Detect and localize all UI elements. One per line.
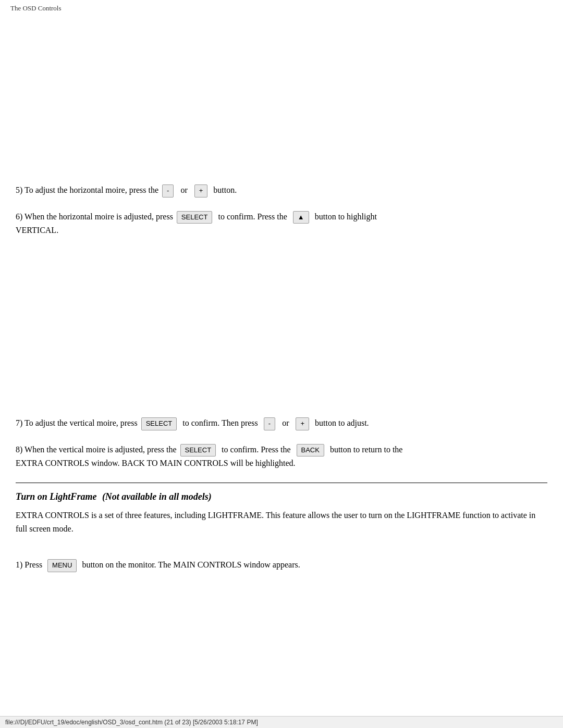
paragraph-8: 8) When the vertical moire is adjusted, … — [16, 443, 547, 470]
p1-press-text: 1) Press — [16, 560, 42, 569]
page-header: The OSD Controls — [0, 0, 563, 17]
status-bar: file:///D|/EDFU/crt_19/edoc/english/OSD_… — [0, 716, 563, 728]
section-description: EXTRA CONTROLS is a set of three feature… — [16, 509, 547, 535]
up-button-6[interactable]: ▲ — [293, 211, 309, 224]
p7-or: or — [282, 418, 289, 427]
plus-button-7[interactable]: + — [296, 417, 309, 430]
p1-end-text: button on the monitor. The MAIN CONTROLS… — [82, 560, 300, 569]
p5-or: or — [180, 186, 187, 194]
section-title: Turn on LightFrame (Not available in all… — [16, 491, 547, 502]
spacer-1 — [16, 548, 547, 558]
section-divider — [16, 483, 547, 483]
p8-to-confirm: to confirm. Press the — [222, 445, 290, 454]
p8-button-to-return: button to return to the — [330, 445, 403, 454]
paragraph-7: 7) To adjust the vertical moire, press S… — [16, 416, 547, 430]
p6-vertical: VERTICAL. — [16, 226, 58, 235]
back-button-8[interactable]: BACK — [297, 444, 324, 457]
section-not-available: (Not available in all models) — [102, 491, 212, 502]
plus-button[interactable]: + — [194, 184, 208, 198]
p8-extra: EXTRA CONTROLS window. BACK TO MAIN CONT… — [16, 459, 296, 467]
paragraph-new-1: 1) Press MENU button on the monitor. The… — [16, 558, 547, 572]
page-title: The OSD Controls — [0, 0, 563, 17]
select-button-8[interactable]: SELECT — [180, 444, 216, 457]
select-button-6[interactable]: SELECT — [177, 211, 213, 224]
p8-text: 8) When the vertical moire is adjusted, … — [16, 445, 177, 454]
minus-button[interactable]: - — [162, 184, 174, 198]
minus-button-7[interactable]: - — [264, 417, 275, 430]
section-desc-text: EXTRA CONTROLS is a set of three feature… — [16, 511, 535, 533]
section-title-text: Turn on LightFrame — [16, 491, 96, 502]
image-placeholder-middle — [16, 250, 547, 416]
p7-to-confirm: to confirm. Then press — [182, 418, 258, 427]
paragraph-5: 5) To adjust the horizontal moire, press… — [16, 183, 547, 198]
paragraph-6: 6) When the horizontal moire is adjusted… — [16, 210, 547, 237]
p6-button-to-highlight: button to highlight — [315, 212, 377, 221]
p7-text: 7) To adjust the vertical moire, press — [16, 418, 138, 427]
select-button-7[interactable]: SELECT — [141, 417, 177, 430]
menu-button-1[interactable]: MENU — [47, 559, 77, 572]
status-bar-text: file:///D|/EDFU/crt_19/edoc/english/OSD_… — [5, 719, 258, 726]
p5-end: button. — [213, 186, 237, 194]
p7-end: button to adjust. — [315, 418, 369, 427]
p6-text: 6) When the horizontal moire is adjusted… — [16, 212, 173, 221]
p6-to-confirm: to confirm. Press the — [218, 212, 287, 221]
p5-text: 5) To adjust the horizontal moire, press… — [16, 186, 158, 194]
